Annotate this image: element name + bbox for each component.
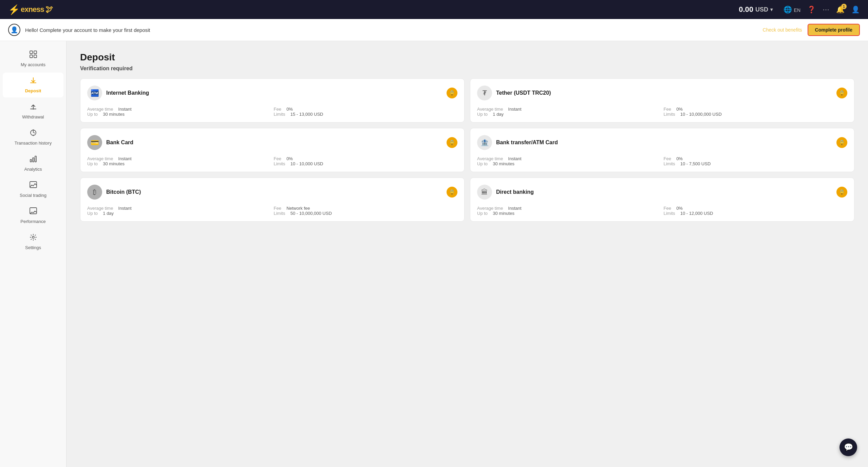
sidebar-item-settings[interactable]: Settings (3, 229, 63, 254)
sidebar-item-transaction-history[interactable]: Transaction history (3, 125, 63, 150)
fee-group: Fee 0% Limits 10 - 10,000 USD (274, 156, 458, 166)
up-to-value: 1 day (493, 112, 504, 117)
payment-card-header: 🏦 Bank transfer/ATM Card 🔒 (477, 135, 847, 150)
onboarding-banner: 👤 Hello! Complete your account to make y… (0, 19, 868, 41)
payment-card-details: Average time Instant Up to 1 day Fee 0% (477, 107, 847, 117)
withdrawal-icon (30, 103, 37, 112)
up-to-label: Up to (87, 112, 100, 117)
fee-row: Fee 0% (664, 156, 848, 161)
lock-icon: 🔒 (447, 187, 457, 198)
avg-time-label: Average time (87, 206, 116, 211)
avg-time-value: Instant (118, 107, 132, 112)
up-to-value: 1 day (103, 211, 114, 216)
chat-icon: 💬 (844, 443, 853, 452)
avg-time-row: Average time Instant (477, 156, 661, 161)
lock-icon: 🔒 (836, 187, 847, 198)
avg-time-label: Average time (87, 107, 116, 112)
notifications-button[interactable]: 🔔 1 (836, 5, 845, 14)
avg-time-group: Average time Instant Up to 30 minutes (477, 206, 661, 216)
payment-card-title-row: 🏦 Bank transfer/ATM Card (477, 135, 558, 150)
svg-rect-0 (30, 51, 33, 54)
up-to-row: Up to 30 minutes (87, 112, 271, 117)
fee-value: 0% (286, 107, 293, 112)
globe-icon: 🌐 (784, 6, 792, 13)
balance-currency: USD (755, 6, 768, 13)
up-to-label: Up to (87, 211, 100, 216)
limits-row: Limits 10 - 10,000 USD (274, 161, 458, 166)
limits-value: 15 - 13,000 USD (290, 112, 323, 117)
banner-actions: Check out benefits Complete profile (763, 24, 860, 36)
fee-group: Fee Network fee Limits 50 - 10,000,000 U… (274, 206, 458, 216)
limits-label: Limits (664, 211, 678, 216)
help-icon: ❓ (807, 6, 816, 13)
up-to-row: Up to 1 day (477, 112, 661, 117)
apps-grid-icon: ⋯ (823, 6, 829, 13)
sidebar-item-withdrawal[interactable]: Withdrawal (3, 99, 63, 124)
section-subtitle: Verification required (80, 66, 854, 72)
payment-card-tether[interactable]: ₮ Tether (USDT TRC20) 🔒 Average time Ins… (470, 78, 854, 123)
banner-user-icon: 👤 (8, 24, 20, 36)
notification-badge: 1 (841, 4, 847, 9)
up-to-label: Up to (87, 161, 100, 166)
apps-button[interactable]: ⋯ (823, 5, 829, 14)
chat-fab-button[interactable]: 💬 (839, 438, 857, 456)
avg-time-value: Instant (508, 107, 522, 112)
fee-label: Fee (664, 107, 674, 112)
language-button[interactable]: 🌐 EN (784, 5, 800, 14)
payment-card-bank-card[interactable]: 💳 Bank Card 🔒 Average time Instant Up to… (80, 128, 465, 172)
sidebar-label-deposit: Deposit (25, 88, 41, 93)
complete-profile-button[interactable]: Complete profile (808, 24, 860, 36)
limits-row: Limits 50 - 10,000,000 USD (274, 211, 458, 216)
avg-time-row: Average time Instant (87, 156, 271, 161)
up-to-value: 30 minutes (103, 161, 125, 166)
up-to-label: Up to (477, 211, 490, 216)
payment-methods-grid: 🏧 Internet Banking 🔒 Average time Instan… (80, 78, 854, 222)
payment-card-bank-transfer-atm[interactable]: 🏦 Bank transfer/ATM Card 🔒 Average time … (470, 128, 854, 172)
payment-method-icon: 🏧 (87, 86, 102, 100)
balance-chevron-icon: ▾ (770, 7, 773, 12)
fee-group: Fee 0% Limits 15 - 13,000 USD (274, 107, 458, 117)
up-to-row: Up to 30 minutes (477, 211, 661, 216)
balance-display[interactable]: 0.00 USD ▾ (739, 5, 773, 14)
payment-card-details: Average time Instant Up to 30 minutes Fe… (87, 107, 457, 117)
avg-time-value: Instant (508, 206, 522, 211)
payment-card-bitcoin[interactable]: ₿ Bitcoin (BTC) 🔒 Average time Instant U… (80, 178, 465, 222)
fee-value: Network fee (286, 206, 310, 211)
fee-label: Fee (274, 156, 284, 161)
sidebar-item-analytics[interactable]: Analytics (3, 151, 63, 176)
payment-card-direct-banking[interactable]: 🏛 Direct banking 🔒 Average time Instant … (470, 178, 854, 222)
help-button[interactable]: ❓ (807, 5, 816, 14)
sidebar-label-performance: Performance (20, 219, 45, 224)
payment-card-title-row: 🏛 Direct banking (477, 185, 534, 200)
limits-label: Limits (274, 112, 288, 117)
profile-button[interactable]: 👤 (851, 5, 860, 14)
payment-card-details: Average time Instant Up to 30 minutes Fe… (477, 156, 847, 166)
up-to-value: 30 minutes (493, 211, 514, 216)
up-to-label: Up to (477, 161, 490, 166)
analytics-icon (30, 155, 37, 165)
fee-row: Fee 0% (664, 107, 848, 112)
fee-group: Fee 0% Limits 10 - 10,000,000 USD (664, 107, 848, 117)
sidebar-label-withdrawal: Withdrawal (22, 114, 44, 119)
avg-time-group: Average time Instant Up to 1 day (477, 107, 661, 117)
up-to-label: Up to (477, 112, 490, 117)
banner-message: Hello! Complete your account to make you… (25, 27, 758, 33)
sidebar-item-deposit[interactable]: Deposit (3, 73, 63, 97)
fee-label: Fee (274, 206, 284, 211)
fee-row: Fee Network fee (274, 206, 458, 211)
sidebar-item-social-trading[interactable]: Social trading (3, 177, 63, 202)
avg-time-value: Instant (118, 156, 132, 161)
fee-group: Fee 0% Limits 10 - 12,000 USD (664, 206, 848, 216)
limits-row: Limits 10 - 7,500 USD (664, 161, 848, 166)
payment-card-details: Average time Instant Up to 30 minutes Fe… (477, 206, 847, 216)
deposit-icon (30, 77, 37, 86)
svg-rect-7 (35, 156, 36, 162)
sidebar-item-performance[interactable]: Performance (3, 203, 63, 228)
svg-point-10 (32, 236, 34, 238)
payment-card-internet-banking[interactable]: 🏧 Internet Banking 🔒 Average time Instan… (80, 78, 465, 123)
check-out-benefits-link[interactable]: Check out benefits (763, 27, 802, 33)
lock-icon: 🔒 (447, 88, 457, 98)
sidebar-item-my-accounts[interactable]: My accounts (3, 46, 63, 71)
payment-method-icon: 🏛 (477, 185, 492, 200)
avg-time-row: Average time Instant (87, 107, 271, 112)
